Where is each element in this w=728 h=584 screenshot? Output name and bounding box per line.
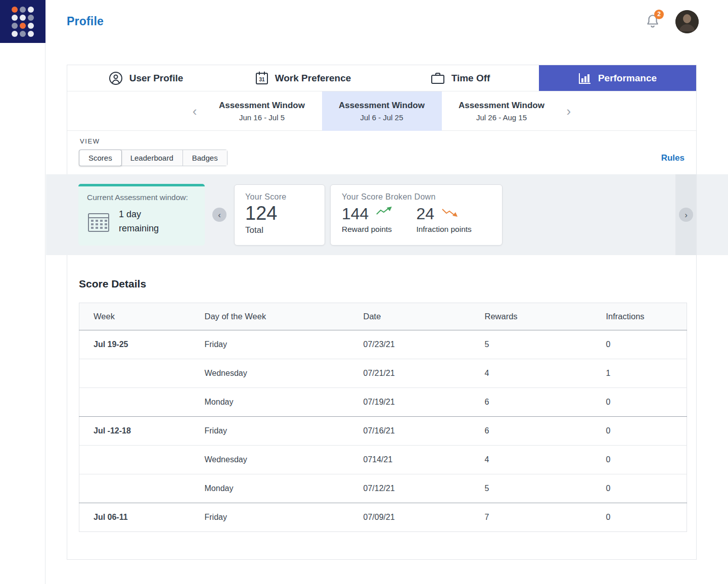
cell-infractions: 0	[592, 474, 687, 503]
cell-rewards: 5	[471, 474, 592, 503]
cell-rewards: 5	[471, 330, 592, 359]
cell-day: Wednesday	[191, 446, 349, 474]
cell-date: 07/16/21	[349, 417, 471, 446]
cell-week: Jul 06-11	[79, 503, 191, 532]
view-option-leaderboard[interactable]: Leaderboard	[121, 150, 183, 166]
cell-infractions: 0	[592, 503, 687, 532]
cell-rewards: 7	[471, 503, 592, 532]
breakdown-title: Your Score Broken Down	[342, 192, 491, 202]
score-details-table: Week Day of the Week Date Rewards Infrac…	[79, 303, 687, 532]
cell-day: Monday	[191, 388, 349, 417]
cards-prev-button[interactable]: ‹	[212, 208, 226, 222]
current-window-title: Current Assessment window:	[87, 193, 196, 202]
cell-infractions: 0	[592, 417, 687, 446]
window-title: Assessment Window	[459, 101, 544, 111]
summary-band: Current Assessment window: 1 day remaini…	[46, 174, 728, 255]
cell-date: 07/19/21	[349, 388, 471, 417]
cell-week	[79, 446, 191, 474]
cell-rewards: 6	[471, 417, 592, 446]
cell-day: Friday	[191, 417, 349, 446]
cell-date: 07/12/21	[349, 474, 471, 503]
table-row: Wednesday 0714/21 4 0	[79, 446, 687, 474]
trend-up-icon	[376, 207, 393, 217]
cell-rewards: 4	[471, 446, 592, 474]
reward-points-value: 144	[342, 206, 369, 222]
view-segmented-control: Scores Leaderboard Badges	[79, 150, 228, 166]
table-row: Monday 07/19/21 6 0	[79, 388, 687, 417]
view-option-badges[interactable]: Badges	[183, 150, 227, 166]
cell-week: Jul -12-18	[79, 417, 191, 446]
profile-panel: User Profile 31 Work Preference Time Off	[67, 65, 697, 174]
tab-work-preference[interactable]: 31 Work Preference	[224, 65, 382, 91]
svg-text:31: 31	[259, 77, 265, 82]
table-row: Wednesday 07/21/21 4 1	[79, 359, 687, 388]
user-avatar[interactable]	[675, 10, 699, 33]
view-label: VIEW	[80, 137, 228, 145]
cell-date: 0714/21	[349, 446, 471, 474]
window-title: Assessment Window	[219, 101, 305, 111]
reward-points-label: Reward points	[342, 225, 393, 234]
cards-next-button[interactable]: ›	[679, 208, 693, 222]
cell-day: Monday	[191, 474, 349, 503]
tab-label: User Profile	[129, 73, 184, 84]
table-row: Jul -12-18 Friday 07/16/21 6 0	[79, 417, 687, 446]
tab-performance[interactable]: Performance	[539, 65, 696, 91]
infraction-points-label: Infraction points	[416, 225, 471, 234]
assessment-window-jul6[interactable]: Assessment Window Jul 6 - Jul 25	[322, 91, 442, 131]
view-controls: VIEW Scores Leaderboard Badges Rules	[67, 131, 696, 174]
cell-week: Jul 19-25	[79, 330, 191, 359]
cell-date: 07/09/21	[349, 503, 471, 532]
cell-rewards: 4	[471, 359, 592, 388]
score-details-title: Score Details	[79, 278, 685, 290]
cell-infractions: 0	[592, 388, 687, 417]
user-circle-icon	[109, 71, 123, 85]
col-date: Date	[349, 303, 471, 330]
cell-week	[79, 359, 191, 388]
your-score-card: Your Score 124 Total	[234, 184, 325, 246]
tab-label: Performance	[598, 73, 657, 84]
sidebar	[0, 43, 46, 584]
dots-grid-logo-icon	[12, 7, 34, 37]
cards-scroll-strip: ›	[675, 174, 697, 255]
table-row: Monday 07/12/21 5 0	[79, 474, 687, 503]
prev-window-button[interactable]: ‹	[188, 105, 202, 118]
page-title: Profile	[67, 15, 104, 28]
window-range: Jul 26 - Aug 15	[476, 113, 527, 122]
notifications-button[interactable]: 2	[646, 14, 659, 30]
assessment-window-jun16[interactable]: Assessment Window Jun 16 - Jul 5	[202, 91, 322, 131]
col-infractions: Infractions	[592, 303, 687, 330]
assessment-window-selector: ‹ Assessment Window Jun 16 - Jul 5 Asses…	[67, 91, 696, 131]
your-score-value: 124	[245, 203, 314, 225]
view-option-scores[interactable]: Scores	[79, 150, 122, 166]
avatar-photo	[675, 10, 699, 33]
assessment-window-jul26[interactable]: Assessment Window Jul 26 - Aug 15	[442, 91, 562, 131]
app-logo[interactable]	[0, 0, 46, 43]
bar-chart-icon	[578, 72, 592, 84]
cell-day: Friday	[191, 330, 349, 359]
score-breakdown-card: Your Score Broken Down 144 Reward points	[330, 184, 503, 246]
tab-user-profile[interactable]: User Profile	[67, 65, 224, 91]
cell-infractions: 0	[592, 330, 687, 359]
window-range: Jun 16 - Jul 5	[239, 113, 285, 122]
days-remaining: 1 day remaining	[119, 208, 177, 236]
your-score-title: Your Score	[245, 192, 314, 202]
score-details-panel: Score Details Week Day of the Week Date …	[67, 255, 697, 560]
notification-badge: 2	[654, 10, 664, 19]
table-row: Jul 19-25 Friday 07/23/21 5 0	[79, 330, 687, 359]
window-range: Jul 6 - Jul 25	[360, 113, 403, 122]
calendar-31-icon: 31	[255, 71, 268, 85]
next-window-button[interactable]: ›	[562, 105, 576, 118]
calendar-grid-icon	[87, 211, 111, 233]
col-rewards: Rewards	[471, 303, 592, 330]
cell-week	[79, 474, 191, 503]
cell-date: 07/23/21	[349, 330, 471, 359]
tab-label: Time Off	[451, 73, 490, 84]
cell-day: Friday	[191, 503, 349, 532]
current-window-card: Current Assessment window: 1 day remaini…	[78, 184, 205, 246]
infraction-points-metric: 24 Infraction points	[416, 206, 471, 234]
rules-link[interactable]: Rules	[661, 153, 685, 163]
tab-time-off[interactable]: Time Off	[382, 65, 539, 91]
cell-date: 07/21/21	[349, 359, 471, 388]
top-header: Profile 2	[0, 0, 728, 43]
cell-week	[79, 388, 191, 417]
